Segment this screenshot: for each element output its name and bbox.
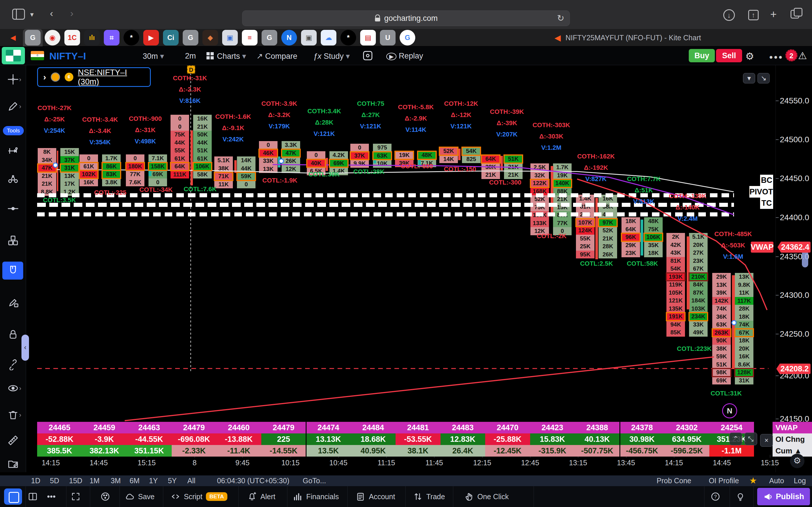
time-axis-label[interactable]: 14:45 xyxy=(90,459,108,467)
legend-box[interactable]: ›¢NSE:NIFTY–I (30m) xyxy=(37,67,151,87)
chart-canvas[interactable]: D8K15K34K37K47K31K21K13K21K17K8.8K1.2KCO… xyxy=(26,65,775,472)
range-button-5y[interactable]: 5Y xyxy=(168,476,177,485)
range-button-3m[interactable]: 3M xyxy=(111,476,121,485)
share-icon[interactable]: ↑ xyxy=(748,10,759,20)
chevron-right-icon[interactable]: › xyxy=(19,103,21,110)
charts-menu[interactable]: Charts ▾ xyxy=(217,52,246,61)
download-icon[interactable]: ↓ xyxy=(723,9,735,21)
range-button-all[interactable]: All xyxy=(187,476,196,485)
compare-button[interactable]: ↗ Compare xyxy=(256,52,297,61)
gocharting-logo[interactable] xyxy=(2,47,25,64)
bookmark-ci-icon[interactable]: Ci xyxy=(163,30,179,46)
time-axis-label[interactable]: 15:15 xyxy=(761,459,779,467)
range-button-5d[interactable]: 5D xyxy=(50,476,59,485)
sidebar-toggle-icon[interactable] xyxy=(12,9,25,20)
range-button-1m[interactable]: 1M xyxy=(90,476,100,485)
time-axis-label[interactable]: 8 xyxy=(193,459,197,467)
trash-icon[interactable] xyxy=(6,408,20,422)
time-axis-label[interactable]: 13:15 xyxy=(569,459,587,467)
time-axis-label[interactable]: 15:15 xyxy=(138,459,156,467)
chevron-right-icon[interactable]: › xyxy=(19,76,21,83)
ruler-icon[interactable] xyxy=(6,433,20,448)
table-close-button[interactable]: × xyxy=(760,434,773,447)
bookmark-1c-icon[interactable]: 1C xyxy=(64,30,80,46)
trade-button[interactable]: Trade xyxy=(413,486,445,507)
sell-button[interactable]: Sell xyxy=(716,49,742,62)
theme-button[interactable] xyxy=(100,486,110,507)
oi-profile-button[interactable]: OI Profile xyxy=(709,476,739,485)
snapshot-camera-icon[interactable] xyxy=(363,51,372,60)
bookmark-g-icon[interactable]: G xyxy=(25,30,41,46)
axis-settings-gear-icon[interactable]: ⚙ xyxy=(790,454,805,468)
bookmark-tools-icon[interactable]: ▣ xyxy=(222,30,238,46)
time-axis-label[interactable]: 13:45 xyxy=(617,459,635,467)
bookmark-purple-icon[interactable]: ⌗ xyxy=(104,30,119,46)
ideas-button[interactable] xyxy=(735,486,745,507)
chevron-down-icon[interactable]: ▾ xyxy=(30,11,34,18)
save-button[interactable]: Save xyxy=(125,486,155,507)
bookmark-g2-icon[interactable]: G xyxy=(183,30,198,46)
bookmark-jobalert-icon[interactable]: ≡ xyxy=(242,30,257,46)
range-button-1d[interactable]: 1D xyxy=(31,476,40,485)
scrollbar-thumb[interactable] xyxy=(802,250,808,267)
more-menu-icon[interactable]: ●●● xyxy=(769,53,783,61)
script-button[interactable]: ScriptBETA xyxy=(170,486,227,507)
legend-expand-icon[interactable]: › xyxy=(43,72,46,82)
buy-button[interactable]: Buy xyxy=(689,49,715,62)
bookmark-art-icon[interactable]: ◆ xyxy=(202,30,218,46)
abc-icon[interactable] xyxy=(6,233,20,248)
range-button-15d[interactable]: 15D xyxy=(69,476,82,485)
help-button[interactable]: ? xyxy=(711,486,720,507)
range-button-6m[interactable]: 6M xyxy=(130,476,140,485)
time-axis-label[interactable]: 11:45 xyxy=(425,459,443,467)
pencil-lock-icon[interactable] xyxy=(6,295,20,310)
sidebar-collapse-handle[interactable]: ‹ xyxy=(21,335,29,361)
price-axis[interactable]: 24550.024500.024450.024400.024350.024300… xyxy=(775,65,812,472)
replay-button[interactable]: ▶ Replay xyxy=(386,52,423,61)
bookmark-u-icon[interactable]: U xyxy=(380,30,396,46)
goto-button[interactable]: GoTo... xyxy=(303,476,326,485)
url-bar[interactable]: gocharting.com ↻ xyxy=(242,10,570,26)
time-axis-label[interactable]: 14:15 xyxy=(665,459,683,467)
account-button[interactable]: Account xyxy=(356,486,395,507)
range-button-1y[interactable]: 1Y xyxy=(149,476,158,485)
time-axis-label[interactable]: 14:15 xyxy=(42,459,60,467)
time-axis-label[interactable]: 11:15 xyxy=(377,459,395,467)
time-axis-label[interactable]: 10:15 xyxy=(281,459,300,467)
chevron-right-icon[interactable]: › xyxy=(19,385,21,392)
reload-icon[interactable]: ↻ xyxy=(557,13,564,23)
bookmark-tools2-icon[interactable]: ▣ xyxy=(301,30,317,46)
layout-split-button[interactable] xyxy=(28,486,38,507)
alerts-badge[interactable]: 2 xyxy=(785,49,798,61)
bookmark-youtube-icon[interactable]: ▶ xyxy=(143,30,159,46)
more-options-button[interactable] xyxy=(46,486,56,507)
chevron-right-icon[interactable]: › xyxy=(19,411,21,419)
dotline-icon[interactable] xyxy=(6,201,20,216)
bookmark-doc-icon[interactable]: ▤ xyxy=(360,30,376,46)
link-icon[interactable] xyxy=(6,357,20,372)
symbol-title[interactable]: NIFTY–I xyxy=(49,50,86,62)
log-button[interactable]: Log xyxy=(794,476,806,485)
publish-button[interactable]: Publish xyxy=(757,488,810,505)
forward-button[interactable]: › xyxy=(70,8,73,18)
kite-logo-icon[interactable]: ◀ xyxy=(5,30,21,46)
pencil-icon[interactable] xyxy=(6,99,20,114)
watchlist-button[interactable] xyxy=(4,489,22,505)
timeframe-selector[interactable]: 30m ▾ xyxy=(143,52,164,61)
favorite-star-icon[interactable]: ★ xyxy=(749,475,757,486)
bookmark-g3-icon[interactable]: G xyxy=(262,30,277,46)
bookmark-cloud-icon[interactable]: ☁ xyxy=(321,30,337,46)
bookmark-analytics-icon[interactable]: ılı xyxy=(84,30,100,46)
lock-icon[interactable] xyxy=(6,327,20,342)
time-axis-label[interactable]: 10:45 xyxy=(329,459,348,467)
alert-button[interactable]: Alert xyxy=(247,486,275,507)
bookmark-openai-icon[interactable]: * xyxy=(123,30,139,46)
tabs-icon[interactable] xyxy=(791,10,799,18)
table-expand-button[interactable]: ⤡ xyxy=(745,433,757,445)
auto-button[interactable]: Auto xyxy=(769,476,784,485)
magnet-icon[interactable] xyxy=(6,263,20,278)
fullscreen-button[interactable] xyxy=(71,486,81,507)
restore-pane-button[interactable]: ↘ xyxy=(758,73,770,83)
bookmark-openai2-icon[interactable]: * xyxy=(341,30,356,46)
people-icon[interactable] xyxy=(6,172,20,187)
